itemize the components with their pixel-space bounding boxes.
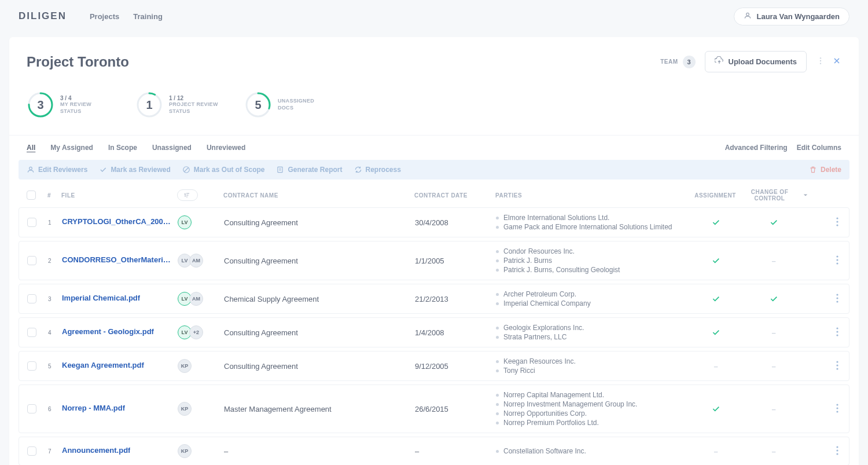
user-icon <box>744 12 752 21</box>
upload-icon <box>715 56 724 67</box>
col-parties[interactable]: PARTIES <box>495 192 692 199</box>
file-link[interactable]: Imperial Chemical.pdf <box>62 294 140 302</box>
file-link[interactable]: CONDORRESO_OtherMaterialC… <box>62 255 172 264</box>
project-title: Project Toronto <box>27 54 129 70</box>
assignment-cell: – <box>693 362 739 371</box>
contract-name: Master Management Agreement <box>224 405 332 413</box>
row-checkbox[interactable] <box>27 328 36 337</box>
row-checkbox[interactable] <box>27 294 36 303</box>
col-file[interactable]: FILE <box>61 192 177 199</box>
row-more-icon[interactable] <box>836 361 838 372</box>
user-menu[interactable]: Laura Van Wyngaarden <box>734 8 849 25</box>
upload-label: Upload Documents <box>729 57 797 66</box>
tab-my assigned[interactable]: My Assigned <box>50 136 93 160</box>
reviewer-badge[interactable]: AM <box>189 254 203 268</box>
tab-unassigned[interactable]: Unassigned <box>152 136 192 160</box>
select-all-checkbox[interactable] <box>27 191 36 200</box>
reviewer-badge[interactable]: KP <box>178 402 192 416</box>
advanced-filtering[interactable]: Advanced Filtering <box>725 144 788 152</box>
row-checkbox[interactable] <box>27 361 36 371</box>
upload-documents-button[interactable]: Upload Documents <box>705 51 807 72</box>
party-item: Geologix Explorations Inc. <box>496 324 693 332</box>
row-checkbox[interactable] <box>27 446 36 456</box>
col-assignment[interactable]: ASSIGNMENT <box>692 192 738 199</box>
edit-columns[interactable]: Edit Columns <box>797 144 841 152</box>
contract-name: Consulting Agreement <box>224 362 298 371</box>
action-delete[interactable]: Delete <box>809 166 841 174</box>
contract-date: 1/1/2005 <box>415 257 444 265</box>
stat-0: 3 3 / 4 MY REVIEW STATUS <box>27 91 112 119</box>
team-count[interactable]: 3 <box>683 56 696 68</box>
contract-name: Consulting Agreement <box>224 257 298 265</box>
reviewer-sort-toggle[interactable] <box>177 189 198 201</box>
svg-point-15 <box>836 224 838 226</box>
file-link[interactable]: Agreement - Geologix.pdf <box>62 327 154 336</box>
party-item: Norrep Investment Management Group Inc. <box>496 400 693 408</box>
stat-1: 1 1 / 12 PROJECT REVIEW STATUS <box>135 91 221 119</box>
reviewer-badge[interactable]: LV <box>178 215 192 229</box>
assignment-cell <box>693 294 739 303</box>
close-icon[interactable] <box>832 56 841 67</box>
reviewer-badge[interactable]: +2 <box>189 325 203 339</box>
user-name: Laura Van Wyngaarden <box>756 12 840 21</box>
nav-training[interactable]: Training <box>133 12 163 21</box>
action-edit-reviewers[interactable]: Edit Reviewers <box>27 166 87 174</box>
row-more-icon[interactable] <box>836 294 838 305</box>
file-link[interactable]: Keegan Agreement.pdf <box>62 361 144 369</box>
assignment-cell <box>693 404 739 413</box>
row-number: 1 <box>48 219 62 226</box>
svg-point-31 <box>836 446 838 448</box>
col-contract-name[interactable]: CONTRACT NAME <box>223 192 414 199</box>
reviewer-badge[interactable]: KP <box>178 444 192 458</box>
row-checkbox[interactable] <box>27 404 36 413</box>
row-checkbox[interactable] <box>27 256 36 265</box>
col-change-of-control[interactable]: CHANGE OF CONTROL <box>738 189 808 202</box>
col-contract-date[interactable]: CONTRACT DATE <box>414 192 495 199</box>
action-mark-reviewed[interactable]: Mark as Reviewed <box>99 166 170 174</box>
stat-label: PROJECT REVIEW STATUS <box>169 101 221 115</box>
row-more-icon[interactable] <box>836 446 838 457</box>
row-more-icon[interactable] <box>836 255 838 266</box>
svg-point-17 <box>836 259 838 261</box>
party-item: Constellation Software Inc. <box>496 447 693 455</box>
logo[interactable]: DILIGEN <box>19 10 67 22</box>
stat-sub: 3 / 4 <box>60 95 112 101</box>
svg-point-33 <box>836 453 838 455</box>
assignment-cell <box>693 256 739 265</box>
party-item: Imperial Chemical Company <box>496 299 693 307</box>
party-item: Norrep Capital Management Ltd. <box>496 391 693 399</box>
stat-2: 5 UNASSIGNED DOCS <box>244 91 330 119</box>
caret-down-icon <box>803 192 808 199</box>
tab-all[interactable]: All <box>27 136 35 160</box>
project-more-icon[interactable] <box>816 56 825 67</box>
row-more-icon[interactable] <box>836 217 838 228</box>
action-mark-reviewed-label: Mark as Reviewed <box>111 166 170 174</box>
row-checkbox[interactable] <box>27 218 36 227</box>
nav-projects[interactable]: Projects <box>90 12 119 21</box>
tab-in scope[interactable]: In Scope <box>108 136 137 160</box>
svg-point-29 <box>836 407 838 409</box>
party-item: Elmore International Solutions Ltd. <box>496 214 693 222</box>
file-link[interactable]: CRYPTOLOGI_OtherCA_200812… <box>62 217 172 226</box>
action-generate-report[interactable]: Generate Report <box>276 166 342 174</box>
tab-unreviewed[interactable]: Unreviewed <box>207 136 245 160</box>
change-cell: – <box>739 447 808 456</box>
row-more-icon[interactable] <box>836 404 838 415</box>
svg-point-23 <box>836 331 838 332</box>
change-cell <box>739 218 808 227</box>
stat-num: 5 <box>244 91 272 119</box>
file-link[interactable]: Norrep - MMA.pdf <box>62 404 125 412</box>
svg-point-13 <box>836 217 838 219</box>
change-cell: – <box>739 328 808 337</box>
action-reprocess[interactable]: Reprocess <box>354 166 401 174</box>
row-more-icon[interactable] <box>836 327 838 338</box>
reviewer-badge[interactable]: AM <box>189 292 203 306</box>
svg-point-19 <box>836 294 838 295</box>
svg-point-10 <box>30 167 32 170</box>
file-link[interactable]: Announcement.pdf <box>62 446 130 455</box>
action-mark-out-scope-label: Mark as Out of Scope <box>194 166 265 174</box>
action-mark-out-scope[interactable]: Mark as Out of Scope <box>182 166 265 174</box>
reviewer-badge[interactable]: KP <box>178 359 192 373</box>
table-row: 6 Norrep - MMA.pdf KP Master Management … <box>19 385 849 433</box>
svg-point-22 <box>836 327 838 329</box>
